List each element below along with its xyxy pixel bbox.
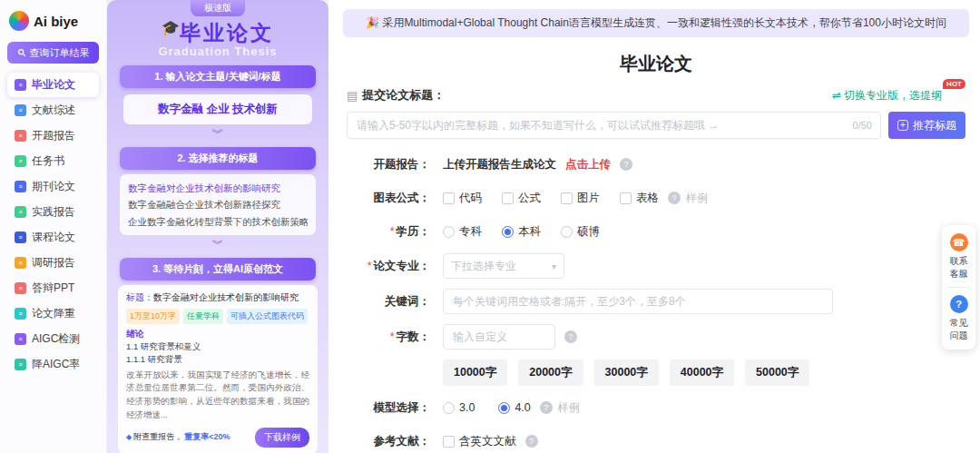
chevron-down-icon: ︾: [107, 235, 328, 251]
preset-30000[interactable]: 30000字: [594, 359, 659, 386]
sidebar-item-task-book[interactable]: ≡ 任务书: [7, 149, 99, 173]
radio-option-bachelor[interactable]: 本科: [502, 224, 541, 240]
doc-icon: ≡: [15, 130, 26, 142]
major-select[interactable]: 下拉选择专业 ▾: [443, 253, 564, 279]
main-content: 🎉 采用Multimodal+Global Thought Chain语言模型生…: [328, 0, 980, 453]
preset-40000[interactable]: 40000字: [670, 359, 734, 386]
doc-icon: ≡: [15, 308, 26, 320]
preset-10000[interactable]: 10000字: [443, 359, 507, 386]
sample-paper-card: 标题：数字金融对企业技术创新的影响研究 1万至10万字 任意学科 可插入公式图表…: [118, 285, 318, 453]
checkbox-icon[interactable]: [561, 192, 573, 204]
plus-icon: +: [897, 120, 908, 131]
doc-icon: ≡: [15, 231, 26, 243]
info-icon[interactable]: [525, 435, 538, 448]
contact-service-button[interactable]: ☎ 联系客服: [945, 233, 973, 280]
keywords-row: 关键词：: [343, 289, 969, 314]
opening-report-label: 开题报告：: [343, 157, 430, 172]
submit-title-label: 提交论文标题：: [362, 87, 445, 103]
tag-word-range: 1万至10万字: [126, 309, 180, 324]
model-options: 3.0 4.0: [443, 401, 531, 414]
sample-tags: 1万至10万字 任意学科 可插入公式图表代码: [126, 309, 309, 324]
info-icon[interactable]: [540, 401, 553, 414]
sidebar-item-aigc-detect[interactable]: ≡ AIGC检测: [7, 327, 99, 351]
major-row: 论文专业： 下拉选择专业 ▾: [343, 253, 969, 279]
sidebar-item-thesis[interactable]: ≡ 毕业论文: [7, 73, 99, 97]
checkbox-option-english-refs[interactable]: 含英文文献: [443, 434, 516, 449]
search-icon: [17, 48, 26, 57]
education-row: 学历： 专科 本科 硕博: [343, 220, 969, 243]
word-count-input[interactable]: [443, 324, 555, 350]
references-row: 参考文献： 含英文文献: [343, 429, 969, 453]
radio-icon-checked[interactable]: [502, 226, 514, 238]
recommended-title-option[interactable]: 数字金融对企业技术创新的影响研究: [128, 180, 308, 196]
doc-icon: ≡: [15, 104, 26, 116]
graduation-cap-icon: 🎓: [162, 20, 180, 35]
checkbox-option-table[interactable]: 表格: [620, 191, 659, 206]
info-icon[interactable]: [620, 158, 632, 171]
doc-icon: ≡: [15, 333, 26, 345]
recommended-titles-box: 数字金融对企业技术创新的影响研究 数字金融融合企业技术创新路径探究 企业数字金融…: [120, 174, 316, 235]
checkbox-option-image[interactable]: 图片: [561, 191, 600, 206]
checkbox-option-formula[interactable]: 公式: [502, 191, 541, 206]
checkbox-icon[interactable]: [620, 192, 632, 204]
party-icon: 🎉: [366, 16, 379, 29]
upload-link[interactable]: 点击上传: [565, 157, 611, 172]
sample-subheading: 1.1 研究背景和意义: [126, 340, 309, 353]
switch-pro-link[interactable]: ⇌ 切换专业版，选提纲 HOT: [832, 88, 965, 103]
radio-icon-checked[interactable]: [498, 402, 510, 414]
step2-header: 2. 选择推荐的标题: [120, 147, 316, 170]
sidebar-item-reduce-aigc[interactable]: ≡ 降AIGC率: [7, 352, 99, 377]
faq-button[interactable]: ? 常见问题: [945, 295, 973, 341]
recommended-title-option[interactable]: 企业数字金融化转型背景下的技术创新策略研究: [128, 213, 308, 230]
doc-icon: ≡: [15, 282, 26, 294]
model-label: 模型选择：: [343, 400, 430, 416]
checkbox-icon[interactable]: [443, 436, 455, 448]
keywords-input[interactable]: [443, 289, 833, 314]
title-input-wrap: 0/50: [347, 112, 881, 139]
radio-option-college[interactable]: 专科: [443, 224, 482, 240]
promo-watermark: Graduation Thesis: [107, 44, 328, 58]
checkbox-option-code[interactable]: 代码: [443, 191, 482, 206]
radio-option-model-3[interactable]: 3.0: [443, 401, 475, 414]
sample-link[interactable]: 样例: [686, 191, 708, 206]
logo[interactable]: Ai biye: [7, 9, 99, 42]
radio-option-master[interactable]: 硕博: [561, 224, 600, 240]
sidebar-item-course-paper[interactable]: ≡ 课程论文: [7, 225, 99, 250]
sample-link[interactable]: 样例: [558, 400, 580, 416]
radio-icon[interactable]: [443, 226, 455, 238]
radio-option-model-4[interactable]: 4.0: [498, 401, 530, 414]
opening-report-row: 开题报告： 上传开题报告生成论文 点击上传: [343, 153, 969, 176]
sidebar-nav: ≡ 毕业论文 ≡ 文献综述 ≡ 开题报告 ≡ 任务书 ≡ 期刊论文 ≡ 实践报告: [7, 73, 99, 377]
sidebar-item-practice-report[interactable]: ≡ 实践报告: [7, 200, 99, 224]
doc-icon: ≡: [15, 206, 26, 218]
speed-version-badge: 极速版: [191, 0, 245, 16]
sample-section-heading: 绪论: [126, 328, 309, 340]
preset-20000[interactable]: 20000字: [518, 359, 583, 386]
help-float-panel: ☎ 联系客服 ? 常见问题: [942, 225, 975, 350]
sidebar-item-proposal-report[interactable]: ≡ 开题报告: [7, 123, 99, 148]
sidebar-item-reduce-duplication[interactable]: ≡ 论文降重: [7, 301, 99, 326]
sidebar-item-journal-paper[interactable]: ≡ 期刊论文: [7, 174, 99, 199]
logo-icon: [9, 11, 29, 31]
doc-icon: ≡: [15, 359, 26, 370]
download-sample-button[interactable]: 下载样例: [255, 428, 309, 448]
sidebar-item-research-report[interactable]: ≡ 调研报告: [7, 251, 99, 275]
recommend-title-button[interactable]: + 推荐标题: [888, 112, 965, 139]
preset-50000[interactable]: 50000字: [745, 359, 809, 386]
radio-icon[interactable]: [443, 402, 455, 414]
sidebar-item-literature-review[interactable]: ≡ 文献综述: [7, 98, 99, 123]
checkbox-icon[interactable]: [443, 192, 455, 204]
logo-text: Ai biye: [34, 14, 78, 29]
report-icon: ◆: [126, 433, 132, 441]
checkbox-icon[interactable]: [502, 192, 514, 204]
info-icon[interactable]: [564, 330, 577, 343]
sample-subheading: 1.1.1 研究背景: [126, 353, 309, 366]
title-input[interactable]: [347, 112, 881, 139]
info-icon[interactable]: [668, 192, 681, 204]
sidebar-item-defense-ppt[interactable]: ≡ 答辩PPT: [7, 276, 99, 300]
recommended-title-option[interactable]: 数字金融融合企业技术创新路径探究: [128, 196, 308, 212]
radio-icon[interactable]: [561, 226, 573, 238]
doc-icon: ≡: [15, 181, 26, 192]
order-results-button[interactable]: 查询订单结果: [7, 42, 99, 64]
word-count-presets: 10000字 20000字 30000字 40000字 50000字: [443, 359, 809, 386]
